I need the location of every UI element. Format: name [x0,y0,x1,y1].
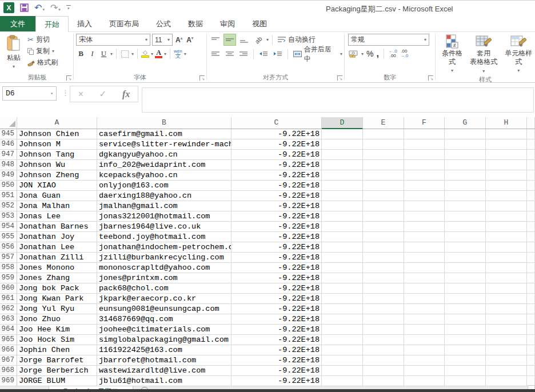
cell-empty-f[interactable] [404,304,445,314]
cell-empty-d[interactable] [322,294,363,304]
cell-empty-g[interactable] [445,304,486,314]
cell-empty-h[interactable] [486,283,527,294]
align-top-button[interactable] [209,34,222,46]
cell-empty-e[interactable] [363,222,404,232]
cell-partial[interactable] [527,211,535,222]
cell-empty-g[interactable] [445,366,486,376]
cell-empty-d[interactable] [322,150,363,160]
cell-name[interactable]: Jono Zhuo [17,314,97,325]
cell-empty-h[interactable] [486,376,527,386]
row-number[interactable]: 956 [0,242,17,253]
cell-email[interactable]: simglobalpackaging@gmail.com [97,335,231,345]
align-right-button[interactable] [238,48,250,60]
cell-value[interactable]: -9.22E+18 [231,139,322,150]
conditional-formatting-button[interactable]: ≠ 条件格式 ▾ [439,34,465,75]
cell-empty-f[interactable] [404,314,445,325]
cell-email[interactable]: jkpark@eraecorp.co.kr [97,294,231,304]
excel-logo-icon[interactable]: X [3,2,14,13]
formula-bar-splitter[interactable]: ⋮ [62,89,69,97]
font-color-button[interactable]: A [155,50,162,58]
cell-value[interactable]: -9.22E+18 [231,283,322,294]
row-number[interactable]: 958 [0,263,17,273]
cell-name[interactable]: Jorge Barrofet [17,355,97,366]
cell-partial[interactable] [527,150,535,160]
row-number[interactable]: 969 [0,376,17,386]
cell-name[interactable]: Jonathan Joy [17,232,97,242]
cell-empty-f[interactable] [404,325,445,335]
select-all-corner[interactable] [0,117,17,129]
cell-empty-g[interactable] [445,325,486,335]
cell-name[interactable]: Jona Guan [17,191,97,201]
cell-value[interactable]: -9.22E+18 [231,325,322,335]
orientation-button[interactable]: ab [252,34,265,46]
cell-email[interactable]: 314687669@qq.com [97,314,231,325]
cell-partial[interactable] [527,294,535,304]
tab-formulas[interactable]: 公式 [147,16,179,31]
cell-empty-e[interactable] [363,253,404,263]
cell-empty-e[interactable] [363,335,404,345]
cell-empty-d[interactable] [322,170,363,181]
cell-empty-f[interactable] [404,273,445,283]
cell-name[interactable]: Jonas Lee [17,211,97,222]
cell-value[interactable]: -9.22E+18 [231,376,322,386]
cell-name[interactable]: Jones Zhang [17,273,97,283]
increase-decimal-button[interactable]: ←.0 .00 [389,49,397,58]
cell-empty-h[interactable] [486,304,527,314]
increase-font-button[interactable]: A▴ [174,36,183,44]
cell-empty-d[interactable] [322,201,363,211]
cell-empty-d[interactable] [322,242,363,253]
cell-styles-button[interactable]: 单元格样式 ▾ [502,34,535,75]
format-painter-button[interactable]: 格式刷 [26,57,59,68]
cell-empty-f[interactable] [404,191,445,201]
cell-empty-d[interactable] [322,325,363,335]
cell-empty-e[interactable] [363,232,404,242]
cell-empty-f[interactable] [404,366,445,376]
cell-empty-f[interactable] [404,283,445,294]
cell-email[interactable]: jmalhan@gmail.com [97,201,231,211]
cell-empty-e[interactable] [363,273,404,283]
font-dialog-launcher[interactable]: ↘ [199,75,205,81]
cell-empty-f[interactable] [404,253,445,263]
column-header-b[interactable]: B [97,117,231,129]
cell-empty-g[interactable] [445,201,486,211]
cell-empty-e[interactable] [363,170,404,181]
cell-name[interactable]: Jonathan Lee [17,242,97,253]
cell-name[interactable]: Johnson Wu [17,160,97,170]
cell-empty-e[interactable] [363,314,404,325]
cell-partial[interactable] [527,129,535,139]
cell-empty-d[interactable] [322,181,363,191]
alignment-dialog-launcher[interactable]: ↘ [337,75,342,81]
font-name-combo[interactable]: 宋体 ▾ [76,34,150,46]
borders-dropdown-icon[interactable]: ▾ [131,51,134,57]
column-header-d-selected[interactable]: D [322,117,363,129]
cell-empty-e[interactable] [363,211,404,222]
accounting-dropdown-icon[interactable]: ▾ [361,51,364,57]
copy-dropdown-icon[interactable]: ▾ [52,49,54,54]
save-button[interactable] [20,3,29,12]
cell-empty-f[interactable] [404,232,445,242]
cell-empty-e[interactable] [363,129,404,139]
cell-name[interactable]: Jong bok Pack [17,283,97,294]
column-header-a[interactable]: A [17,117,97,129]
cell-value[interactable]: -9.22E+18 [231,129,322,139]
tab-home[interactable]: 开始 [35,16,69,32]
cell-empty-g[interactable] [445,242,486,253]
redo-dropdown-icon[interactable]: ▾ [58,7,61,12]
font-size-combo[interactable]: 11 ▾ [152,34,173,46]
merge-center-dropdown-icon[interactable]: ▾ [340,51,342,57]
cell-empty-d[interactable] [322,253,363,263]
percent-style-button[interactable]: % [366,49,373,58]
cell-email[interactable]: casefirm@gmail.com [97,129,231,139]
cell-empty-g[interactable] [445,294,486,304]
redo-button[interactable]: ↷ ▾ [50,4,61,12]
row-number[interactable]: 964 [0,325,17,335]
cell-name[interactable]: JORGE BLUM [17,376,97,386]
cell-empty-g[interactable] [445,273,486,283]
row-number[interactable]: 962 [0,304,17,314]
cell-empty-e[interactable] [363,201,404,211]
customize-quick-access-button[interactable]: ▾ [66,5,71,11]
accounting-format-icon[interactable] [348,50,358,58]
cell-value[interactable]: -9.22E+18 [231,273,322,283]
cell-partial[interactable] [527,263,535,273]
cell-name[interactable]: Johnson M [17,139,97,150]
